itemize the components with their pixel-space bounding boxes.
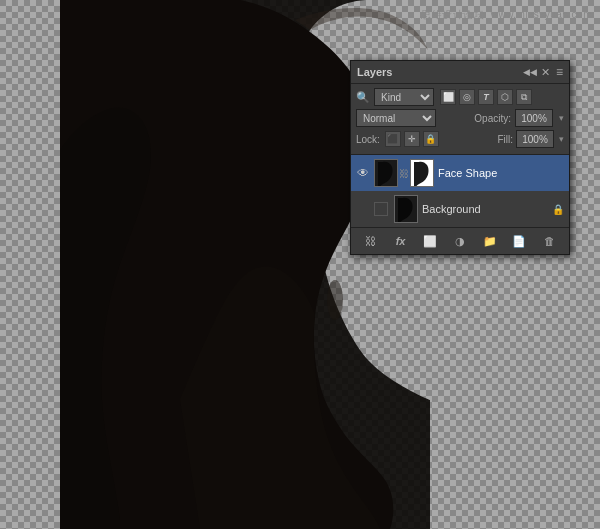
kind-select[interactable]: Kind — [374, 88, 434, 106]
opacity-value[interactable]: 100% — [515, 109, 553, 127]
filter-shape-icon[interactable]: ⬡ — [497, 89, 513, 105]
lock-checker-icon[interactable]: ⬛ — [385, 131, 401, 147]
layer-thumb-mask-face-shape — [410, 159, 434, 187]
visibility-eye-face-shape[interactable]: 👁 — [356, 166, 370, 180]
close-icon[interactable]: ✕ — [541, 66, 550, 79]
canvas-area: 思维设计论坛 www.missvyuan.com Layers ◀◀ ✕ ≡ 🔍… — [0, 0, 600, 529]
collapse-icon[interactable]: ◀◀ — [523, 67, 537, 77]
group-button[interactable]: 📁 — [480, 232, 500, 250]
panel-header-icons: ◀◀ ✕ ≡ — [523, 65, 563, 79]
lock-lock-icon[interactable]: 🔒 — [423, 131, 439, 147]
blend-mode-select[interactable]: Normal — [356, 109, 436, 127]
lock-label: Lock: — [356, 134, 380, 145]
fill-dropdown-icon[interactable]: ▾ — [559, 134, 564, 144]
kind-row: 🔍 Kind ⬜ ◎ T ⬡ ⧉ — [356, 88, 564, 106]
filter-icons: ⬜ ◎ T ⬡ ⧉ — [440, 89, 532, 105]
layer-thumb-content-face-shape — [374, 159, 398, 187]
layer-name-face-shape: Face Shape — [438, 167, 564, 179]
panel-title: Layers — [357, 66, 392, 78]
panel-controls: 🔍 Kind ⬜ ◎ T ⬡ ⧉ Normal Opacity: 100% — [351, 84, 569, 155]
watermark: 思维设计论坛 www.missvyuan.com — [421, 8, 592, 22]
layers-panel: Layers ◀◀ ✕ ≡ 🔍 Kind ⬜ ◎ T ⬡ ⧉ — [350, 60, 570, 255]
background-visibility-checkbox[interactable] — [374, 202, 388, 216]
lock-row: Lock: ⬛ ✛ 🔒 Fill: 100% ▾ — [356, 130, 564, 148]
layer-link-icon-face-shape: ⛓ — [399, 159, 409, 187]
layers-list: 👁 ⛓ — [351, 155, 569, 228]
filter-type-icon[interactable]: T — [478, 89, 494, 105]
fx-button[interactable]: fx — [391, 232, 411, 250]
filter-image-icon[interactable]: ⬜ — [440, 89, 456, 105]
filter-smart-icon[interactable]: ⧉ — [516, 89, 532, 105]
link-layers-button[interactable]: ⛓ — [361, 232, 381, 250]
layer-name-background: Background — [422, 203, 548, 215]
opacity-dropdown-icon[interactable]: ▾ — [559, 113, 564, 123]
layer-thumb-background — [394, 195, 418, 223]
panel-menu-icon[interactable]: ≡ — [556, 65, 563, 79]
filter-adjustment-icon[interactable]: ◎ — [459, 89, 475, 105]
lock-move-icon[interactable]: ✛ — [404, 131, 420, 147]
panel-header: Layers ◀◀ ✕ ≡ — [351, 61, 569, 84]
add-mask-button[interactable]: ⬜ — [420, 232, 440, 250]
new-layer-button[interactable]: 📄 — [509, 232, 529, 250]
visibility-eye-background[interactable]: 👁 — [356, 202, 370, 216]
blend-row: Normal Opacity: 100% ▾ — [356, 109, 564, 127]
delete-layer-button[interactable]: 🗑 — [539, 232, 559, 250]
svg-point-0 — [327, 280, 343, 320]
layer-item-face-shape[interactable]: 👁 ⛓ — [351, 155, 569, 191]
adjustment-button[interactable]: ◑ — [450, 232, 470, 250]
fill-value[interactable]: 100% — [516, 130, 554, 148]
panel-toolbar: ⛓ fx ⬜ ◑ 📁 📄 🗑 — [351, 228, 569, 254]
search-icon: 🔍 — [356, 91, 370, 104]
background-lock-icon: 🔒 — [552, 204, 564, 215]
layer-item-background[interactable]: 👁 Background 🔒 — [351, 191, 569, 227]
opacity-label: Opacity: — [474, 113, 511, 124]
fill-label: Fill: — [497, 134, 513, 145]
layer-thumbs-face-shape: ⛓ — [374, 159, 434, 187]
